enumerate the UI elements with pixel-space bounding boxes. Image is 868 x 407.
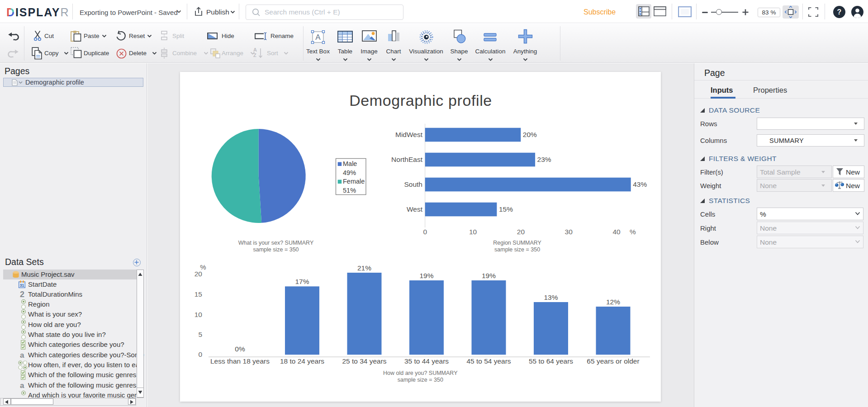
svg-text:Demographic profile: Demographic profile bbox=[349, 92, 492, 109]
svg-text:19%: 19% bbox=[482, 272, 496, 279]
svg-text:5: 5 bbox=[198, 330, 202, 338]
svg-text:20: 20 bbox=[517, 228, 525, 236]
svg-text:NorthEast: NorthEast bbox=[391, 156, 423, 163]
svg-text:10: 10 bbox=[194, 310, 203, 318]
svg-text:0: 0 bbox=[198, 350, 202, 358]
svg-text:Less than 18 years: Less than 18 years bbox=[210, 357, 270, 365]
svg-text:35 to 44 years: 35 to 44 years bbox=[404, 357, 449, 365]
svg-text:55 to 64 years: 55 to 64 years bbox=[529, 357, 573, 365]
svg-text:sample size = 350: sample size = 350 bbox=[398, 376, 443, 383]
svg-text:45 to 54 years: 45 to 54 years bbox=[466, 357, 511, 365]
svg-text:20: 20 bbox=[194, 270, 203, 278]
svg-text:A: A bbox=[315, 33, 321, 42]
svg-text:23%: 23% bbox=[537, 156, 551, 163]
svg-text:19%: 19% bbox=[419, 272, 433, 279]
svg-text:15%: 15% bbox=[499, 205, 513, 213]
svg-text:%: % bbox=[200, 263, 206, 270]
svg-text:13%: 13% bbox=[544, 293, 558, 301]
svg-text:0: 0 bbox=[423, 228, 427, 236]
svg-text:Region SUMMARY: Region SUMMARY bbox=[493, 239, 541, 246]
svg-text:sample size = 350: sample size = 350 bbox=[494, 246, 540, 252]
svg-text:South: South bbox=[404, 180, 422, 188]
svg-text:10: 10 bbox=[469, 228, 477, 236]
svg-text:21%: 21% bbox=[357, 264, 371, 272]
svg-text:%: % bbox=[630, 228, 636, 236]
svg-text:65 years or older: 65 years or older bbox=[587, 357, 639, 365]
svg-text:18 to 24 years: 18 to 24 years bbox=[280, 357, 324, 365]
svg-text:12%: 12% bbox=[606, 298, 620, 306]
svg-text:43%: 43% bbox=[633, 180, 647, 188]
svg-text:What is your sex? SUMMARY: What is your sex? SUMMARY bbox=[238, 239, 314, 246]
svg-text:20%: 20% bbox=[523, 131, 537, 138]
svg-text:17%: 17% bbox=[295, 277, 309, 285]
svg-text:30: 30 bbox=[565, 228, 573, 236]
svg-text:West: West bbox=[407, 205, 423, 213]
svg-text:31: 31 bbox=[20, 283, 24, 288]
svg-text:sample size = 350: sample size = 350 bbox=[253, 246, 299, 252]
svg-text:Male: Male bbox=[343, 160, 357, 167]
svg-text:How old are you? SUMMARY: How old are you? SUMMARY bbox=[383, 369, 458, 376]
svg-text:15: 15 bbox=[194, 290, 202, 298]
svg-text:25 to 34 years: 25 to 34 years bbox=[342, 357, 386, 365]
svg-text:0%: 0% bbox=[235, 345, 245, 353]
svg-text:49%: 49% bbox=[343, 169, 356, 176]
svg-text:40: 40 bbox=[612, 228, 621, 236]
svg-text:51%: 51% bbox=[343, 186, 356, 194]
svg-text:Female: Female bbox=[343, 178, 365, 185]
svg-text:MidWest: MidWest bbox=[395, 131, 423, 138]
